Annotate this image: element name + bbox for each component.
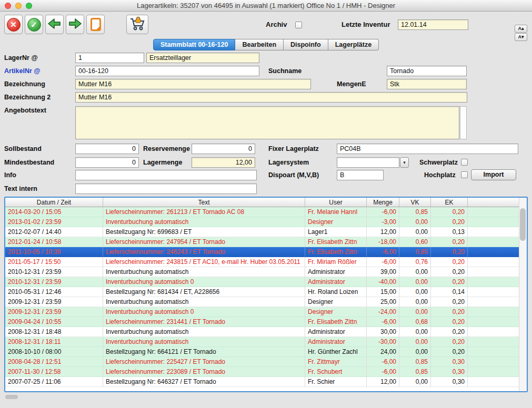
cell-menge: -24,00 xyxy=(367,307,399,317)
dispoart-field[interactable]: B xyxy=(337,170,384,180)
table-row[interactable]: 2012-01-24 / 10:58Lieferscheinnummer: 24… xyxy=(5,237,527,247)
archiv-checkbox[interactable] xyxy=(295,22,302,28)
cell-ek: 0,14 xyxy=(431,287,468,297)
table-row[interactable]: 2009-04-24 / 10:55Lieferscheinnummer: 23… xyxy=(5,317,527,327)
text-intern-field[interactable] xyxy=(75,183,257,194)
cell-datum: 2009-12-31 / 23:59 xyxy=(5,307,103,317)
previous-record-button[interactable] xyxy=(45,15,64,34)
cell-datum: 2012-01-24 / 10:58 xyxy=(5,237,103,247)
tab-stammblatt[interactable]: Stammblatt 00-16-120 xyxy=(153,39,236,50)
table-row[interactable]: 2008-04-28 / 12:51Lieferscheinnummer: 22… xyxy=(5,357,527,367)
lagersystem-dropdown-button[interactable]: ▾ xyxy=(400,157,409,168)
cell-menge: 30,00 xyxy=(367,327,399,337)
reservemenge-field[interactable]: 0 xyxy=(192,144,255,154)
cancel-button[interactable]: ✕ xyxy=(4,15,23,34)
mengene-field[interactable]: Stk xyxy=(387,79,467,89)
column-header-datum[interactable]: Datum / Zeit xyxy=(5,198,103,207)
lagernr-field[interactable]: 1 xyxy=(75,53,144,63)
close-window-button[interactable] xyxy=(5,3,11,9)
cell-user: Hr. Roland Loizen xyxy=(305,287,367,297)
table-row[interactable]: 2007-11-30 / 12:58Lieferscheinnummer: 22… xyxy=(5,367,527,377)
info-field[interactable] xyxy=(75,170,257,180)
cell-vk: 0,00 xyxy=(399,297,431,307)
table-row[interactable]: 2008-10-10 / 08:00Bestellzugang Nr: 6641… xyxy=(5,347,527,357)
hochplatz-checkbox[interactable] xyxy=(461,171,468,178)
cell-filler xyxy=(468,317,527,327)
artikelnr-field[interactable]: 00-16-120 xyxy=(75,66,259,76)
column-header-vk[interactable]: VK xyxy=(399,198,431,207)
cell-datum: 2010-12-31 / 23:59 xyxy=(5,267,103,277)
table-row-selected[interactable]: 2011-10-05 / 10:39Lieferscheinnummer: 24… xyxy=(5,247,527,257)
cell-vk: 0,85 xyxy=(399,247,431,257)
cell-vk: 0,00 xyxy=(399,267,431,277)
table-row[interactable]: 2014-03-20 / 15:05Lieferscheinnummer: 26… xyxy=(5,207,527,217)
angebotstext-scrollbar[interactable] xyxy=(460,106,467,139)
order-cart-button[interactable] xyxy=(126,15,148,34)
cell-filler xyxy=(468,357,527,367)
cell-ek: 0,30 xyxy=(431,357,468,367)
minimize-window-button[interactable] xyxy=(15,3,22,9)
table-row[interactable]: 2011-05-17 / 15:50Lieferscheinnummer: 24… xyxy=(5,257,527,267)
table-row[interactable]: 2013-01-02 / 23:59Inventurbuchung automa… xyxy=(5,217,527,227)
note-button[interactable] xyxy=(86,15,105,34)
mindestbestand-field[interactable]: 0 xyxy=(75,157,139,168)
table-row[interactable]: 2012-02-07 / 14:40Bestellzugang Nr: 6996… xyxy=(5,227,527,237)
right-arrow-icon xyxy=(68,17,82,32)
suchname-field[interactable]: Tornado xyxy=(387,66,467,76)
angebotstext-textarea[interactable] xyxy=(75,106,459,139)
cell-ek: 0,20 xyxy=(431,217,468,227)
tab-bearbeiten[interactable]: Bearbeiten xyxy=(235,39,284,50)
table-vertical-scrollbar[interactable] xyxy=(519,198,527,391)
table-row[interactable]: 2010-12-31 / 23:59Inventurbuchung automa… xyxy=(5,277,527,287)
cell-datum: 2012-02-07 / 14:40 xyxy=(5,227,103,237)
font-increase-button[interactable]: A▴ xyxy=(515,25,527,33)
lagername-field[interactable]: Ersatzteillager xyxy=(146,53,259,63)
ok-button[interactable]: ✓ xyxy=(25,15,43,34)
cell-text: Lieferscheinnummer: 231441 / ET Tornado xyxy=(103,317,305,327)
fixer-lagerplatz-label: Fixer Lagerplatz xyxy=(268,144,319,154)
cell-menge: -18,00 xyxy=(367,237,399,247)
table-row[interactable]: 2008-12-31 / 18:48Inventurbuchung automa… xyxy=(5,327,527,337)
font-decrease-button[interactable]: A▾ xyxy=(515,33,527,41)
table-row[interactable]: 2008-12-31 / 18:11Inventurbuchung automa… xyxy=(5,337,527,347)
artikelnr-label[interactable]: ArtikelNr @ xyxy=(4,66,40,76)
scrollbar-thumb[interactable] xyxy=(520,208,526,241)
cell-user: Administrator xyxy=(305,267,367,277)
cell-ek: 0,30 xyxy=(431,367,468,377)
column-header-menge[interactable]: Menge xyxy=(367,198,399,207)
tab-lagerplaetze[interactable]: Lagerplätze xyxy=(328,39,379,50)
column-header-ek[interactable]: EK xyxy=(431,198,468,207)
table-row[interactable]: 2009-12-31 / 23:59Inventurbuchung automa… xyxy=(5,307,527,317)
cell-vk: 0,00 xyxy=(399,307,431,317)
table-row[interactable]: 2007-07-25 / 11:06Bestellzugang Nr: 6463… xyxy=(5,377,527,387)
table-row[interactable]: 2010-12-31 / 23:59Inventurbuchung automa… xyxy=(5,267,527,277)
cell-text: Lieferscheinnummer: 261213 / ET Tornado … xyxy=(103,207,305,217)
letzte-inventur-field[interactable]: 12.01.14 xyxy=(398,19,468,30)
sollbestand-label: Sollbestand xyxy=(4,144,42,154)
sollbestand-field[interactable]: 0 xyxy=(75,144,139,154)
schwerplatz-checkbox[interactable] xyxy=(461,159,468,166)
lagersystem-field[interactable] xyxy=(337,157,399,168)
cell-filler xyxy=(468,237,527,247)
cell-vk: 0,60 xyxy=(399,237,431,247)
table-row[interactable]: 2010-05-31 / 12:46Bestellzugang Nr: 6814… xyxy=(5,287,527,297)
cell-ek: 0,20 xyxy=(431,207,468,217)
lagernr-label: LagerNr @ xyxy=(4,53,38,63)
table-row[interactable]: 2009-12-31 / 23:59Inventurbuchung automa… xyxy=(5,297,527,307)
bezeichnung-field[interactable]: Mutter M16 xyxy=(75,79,311,89)
tab-dispoinfo[interactable]: Dispoinfo xyxy=(284,39,328,50)
zoom-window-button[interactable] xyxy=(26,3,32,9)
column-header-text[interactable]: Text xyxy=(103,198,305,207)
suchname-label: Suchname xyxy=(268,66,302,76)
lagermenge-field[interactable]: 12,00 xyxy=(192,157,255,168)
cell-datum: 2008-10-10 / 08:00 xyxy=(5,347,103,357)
bezeichnung2-field[interactable]: Mutter M16 xyxy=(75,92,467,103)
fixer-lagerplatz-field[interactable]: PC04B xyxy=(337,144,518,154)
import-button[interactable]: Import xyxy=(471,169,516,180)
info-label: Info xyxy=(4,170,16,180)
table-horizontal-scrollbar-thumb[interactable] xyxy=(5,395,18,399)
next-record-button[interactable] xyxy=(66,15,84,34)
cell-datum: 2007-07-25 / 11:06 xyxy=(5,377,103,387)
column-header-user[interactable]: User xyxy=(305,198,367,207)
note-icon xyxy=(91,18,101,31)
